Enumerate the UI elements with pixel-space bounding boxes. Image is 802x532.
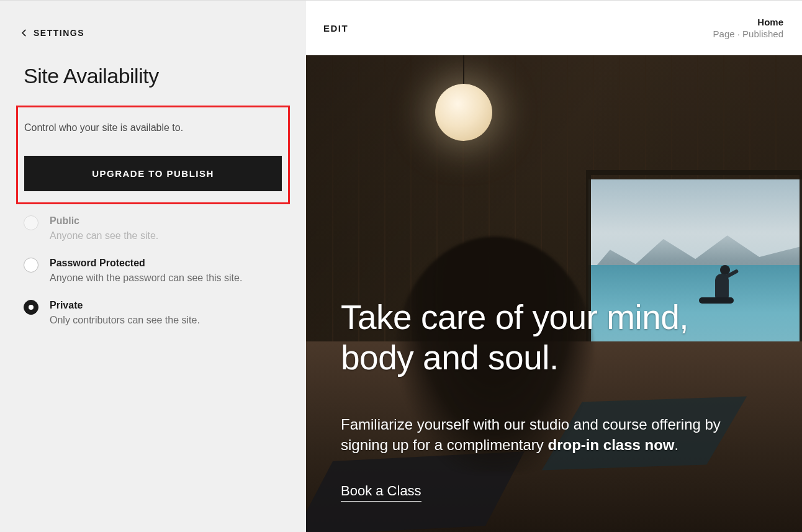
hero-section: Take care of your mind, body and soul. F… (306, 55, 802, 532)
site-preview: EDIT Home Page · Published (306, 1, 802, 532)
option-label: Public (50, 215, 158, 227)
hero-description: Familiarize yourself with our studio and… (341, 414, 738, 456)
option-desc: Anyone with the password can see this si… (50, 273, 242, 284)
panel-subtitle: Control who your site is available to. (24, 122, 282, 133)
book-class-link[interactable]: Book a Class (341, 483, 421, 502)
back-to-settings[interactable]: SETTINGS (0, 1, 306, 38)
upgrade-to-publish-button[interactable]: UPGRADE TO PUBLISH (24, 156, 282, 191)
edit-button[interactable]: EDIT (323, 23, 348, 34)
page-info: Home Page · Published (713, 17, 783, 39)
option-desc: Anyone can see the site. (50, 230, 158, 241)
option-desc: Only contributors can see the site. (50, 315, 200, 326)
availability-options: Public Anyone can see the site. Password… (24, 215, 306, 326)
preview-header: EDIT Home Page · Published (306, 1, 802, 55)
panel-title: Site Availability (24, 64, 306, 88)
hero-content: Take care of your mind, body and soul. F… (341, 297, 767, 502)
pendant-lamp (435, 84, 492, 141)
chevron-left-icon (20, 29, 29, 37)
radio-private[interactable] (24, 300, 38, 315)
page-name: Home (713, 17, 783, 27)
radio-password-protected[interactable] (24, 258, 38, 273)
option-label: Password Protected (50, 258, 242, 269)
back-label: SETTINGS (34, 28, 84, 38)
option-public[interactable]: Public Anyone can see the site. (24, 215, 306, 241)
upgrade-highlight: Control who your site is available to. U… (16, 106, 290, 204)
page-status: Page · Published (713, 29, 783, 39)
option-password-protected[interactable]: Password Protected Anyone with the passw… (24, 258, 306, 284)
option-private[interactable]: Private Only contributors can see the si… (24, 300, 306, 326)
option-label: Private (50, 300, 200, 311)
settings-sidebar: SETTINGS Site Availability Control who y… (0, 1, 306, 532)
radio-public[interactable] (24, 215, 38, 230)
hero-title: Take care of your mind, body and soul. (341, 297, 767, 378)
